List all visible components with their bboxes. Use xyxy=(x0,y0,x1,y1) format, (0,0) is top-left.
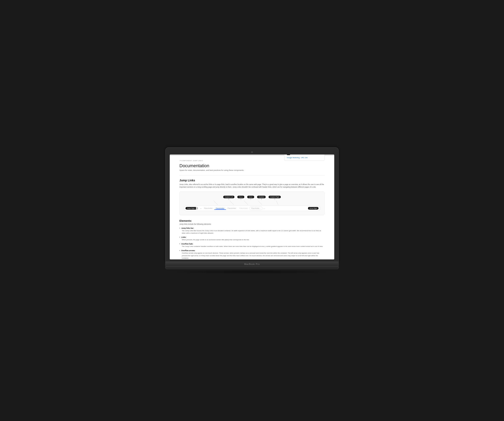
bullet-4: • xyxy=(180,250,180,251)
element-name-4: • Overflow arrows: xyxy=(180,250,324,251)
laptop-screen-bezel: 00 Useful Links Google Marketing - URL L… xyxy=(165,147,339,262)
element-item-3: • Overflow fade: The Jump Links containe… xyxy=(180,243,324,248)
element-item-4: • Overflow arrows: Overflow arrows only … xyxy=(180,250,324,259)
jump-links-section-title: Jump Links xyxy=(180,179,324,182)
element-item-2: • Links: When pressed, the page scrolls … xyxy=(180,236,324,241)
state-gradient-right: Gradient Right xyxy=(269,196,281,198)
laptop-camera xyxy=(251,151,253,153)
jump-link-item-3[interactable]: Placeholder xyxy=(226,207,238,210)
element-desc-3: The Jump Links container handles overflo… xyxy=(180,245,324,248)
bullet-1: • xyxy=(180,227,180,229)
svg-line-0 xyxy=(214,201,218,205)
element-desc-1: The Jump Links Bar houses the Jump Links… xyxy=(180,230,324,235)
svg-line-3 xyxy=(258,201,262,205)
jump-link-item-4-disabled: Placeholder xyxy=(238,207,249,210)
element-desc-2: When pressed, the page scrolls to an anc… xyxy=(180,239,324,241)
laptop-base: MacBook Pro xyxy=(165,262,339,266)
page-title: Documentation xyxy=(180,163,324,168)
jump-links-section-desc: Jump Links, also referred to as anchor l… xyxy=(180,183,324,189)
state-focus: Focus xyxy=(237,196,244,198)
useful-links-link[interactable]: Google Marketing - URL Link xyxy=(287,157,308,159)
element-name-2: • Links: xyxy=(180,236,324,238)
jump-links-bar[interactable]: Swipe Right → → Placeholder Placeholder … xyxy=(184,206,320,211)
divider xyxy=(180,175,324,176)
element-name-1: • Jump links bar: xyxy=(180,227,324,229)
state-gradient-left: Gradient Left xyxy=(223,196,234,198)
laptop-wrapper: 00 Useful Links Google Marketing - URL L… xyxy=(165,147,339,274)
element-name-3: • Overflow fade: xyxy=(180,243,324,245)
arrow-right-button[interactable]: Arrow Right xyxy=(308,207,318,210)
svg-line-2 xyxy=(244,201,248,205)
demo-area: Gradient Left Focus Hover Disabled Gradi… xyxy=(180,191,324,215)
bullet-2: • xyxy=(180,236,180,238)
svg-line-4 xyxy=(276,201,278,205)
svg-line-1 xyxy=(230,201,234,205)
screen-content[interactable]: 00 Useful Links Google Marketing - URL L… xyxy=(170,154,334,259)
state-hover: Hover xyxy=(247,196,254,198)
useful-links-icon: 00 xyxy=(287,154,290,155)
gradient-fade-left xyxy=(196,206,202,211)
page-subtitle: Space for notes, documentation, and best… xyxy=(180,169,324,171)
bullet-3: • xyxy=(180,243,180,245)
elements-title: Elements: xyxy=(180,219,324,222)
state-connector-lines xyxy=(202,201,302,205)
laptop-screen: 00 Useful Links Google Marketing - URL L… xyxy=(170,154,334,259)
gradient-fade-right xyxy=(302,206,308,211)
main-content-area: 00 Useful Links Google Marketing - URL L… xyxy=(173,156,331,259)
state-disabled: Disabled xyxy=(257,196,266,198)
elements-section: Elements: Jump links include the followi… xyxy=(180,219,324,259)
jump-link-item-2-active[interactable]: Placeholder xyxy=(214,207,226,210)
elements-intro: Jump links include the following element… xyxy=(180,223,324,225)
useful-links-box: 00 Useful Links Google Marketing - URL L… xyxy=(284,154,324,161)
element-item-1: • Jump links bar: The Jump Links Bar hou… xyxy=(180,227,324,235)
useful-links-header: 00 Useful Links xyxy=(287,154,322,155)
laptop-foot xyxy=(165,266,339,269)
element-desc-4: Overflow arrows only appear on non-touch… xyxy=(180,252,324,259)
jump-link-item-1[interactable]: Placeholder xyxy=(202,207,214,210)
laptop-shadow xyxy=(165,270,339,274)
states-row: Gradient Left Focus Hover Disabled Gradi… xyxy=(184,196,320,198)
laptop-brand-label: MacBook Pro xyxy=(244,263,260,265)
jump-link-item-5-overflow[interactable]: Placeholde... xyxy=(249,207,262,210)
